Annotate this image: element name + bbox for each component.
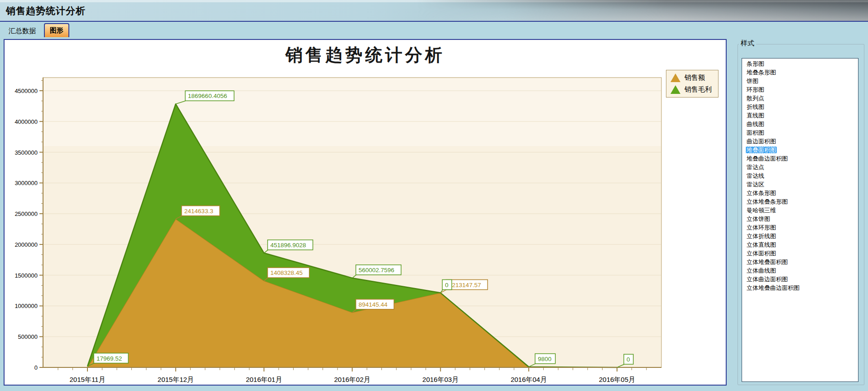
data-label: 451896.9028 (270, 242, 306, 249)
style-option-label: 立体曲线图 (746, 267, 777, 274)
style-option-label: 曲边面积图 (746, 138, 777, 145)
style-option-label: 雷达线 (746, 172, 765, 179)
style-option[interactable]: 立体环形图 (742, 223, 858, 232)
style-option[interactable]: 堆叠曲边面积图 (742, 154, 858, 163)
style-option-label: 立体直线图 (746, 241, 777, 248)
style-option-label: 雷达点 (746, 164, 765, 171)
style-option-label: 散列点 (746, 95, 765, 102)
data-label: 1408328.45 (270, 269, 303, 276)
style-option[interactable]: 雷达区 (742, 180, 858, 189)
x-axis-label: 2015年11月 (70, 376, 106, 383)
style-option-label: 堆叠曲边面积图 (746, 155, 789, 162)
data-label: 1213147.57 (448, 282, 481, 288)
data-label: 17969.52 (96, 355, 122, 362)
style-option[interactable]: 曼哈顿三维 (742, 206, 858, 215)
style-option[interactable]: 面积图 (742, 128, 858, 137)
style-option-label: 直线图 (746, 112, 765, 119)
profit-triangle-icon (670, 85, 680, 94)
window-title-bar: 销售趋势统计分析 (0, 0, 868, 21)
style-option-label: 雷达区 (746, 181, 765, 188)
window-title: 销售趋势统计分析 (6, 5, 86, 17)
style-option-label: 立体环形图 (746, 224, 777, 231)
style-panel-title: 样式 (739, 39, 756, 48)
style-option-label: 条形图 (746, 60, 765, 67)
y-axis-label: 2000000 (14, 241, 38, 248)
data-label: 1869660.4056 (188, 93, 227, 99)
style-option-selected[interactable]: 堆叠面积图 (742, 146, 858, 154)
y-axis-label: 500000 (18, 333, 38, 340)
style-option[interactable]: 曲线图 (742, 120, 858, 128)
chart-panel: 销售趋势统计分析 0500000100000015000002000000250… (4, 39, 727, 386)
style-option-label: 立体堆叠曲边面积图 (746, 284, 800, 291)
style-option[interactable]: 雷达线 (742, 171, 858, 180)
style-option[interactable]: 立体饼图 (742, 215, 858, 223)
style-option[interactable]: 立体条形图 (742, 189, 858, 197)
chart-title: 销售趋势统计分析 (5, 44, 726, 67)
style-option[interactable]: 折线图 (742, 103, 858, 111)
legend-label-profit: 销售毛利 (685, 85, 712, 94)
style-option-label: 曼哈顿三维 (746, 207, 777, 214)
style-option-label: 立体饼图 (746, 215, 771, 222)
x-axis-label: 2016年01月 (246, 376, 282, 383)
y-axis-label: 1000000 (14, 303, 38, 309)
data-label: 2414633.3 (184, 208, 213, 215)
style-option[interactable]: 立体折线图 (742, 232, 858, 240)
style-option[interactable]: 散列点 (742, 94, 858, 103)
style-option[interactable]: 立体堆叠条形图 (742, 197, 858, 206)
style-panel: 样式 条形图堆叠条形图饼图环形图散列点折线图直线图曲线图面积图曲边面积图堆叠面积… (738, 40, 864, 386)
legend-item-sales: 销售额 (670, 73, 712, 82)
data-label: 9800 (538, 356, 551, 362)
x-axis-label: 2016年03月 (422, 376, 458, 383)
y-axis-label: 3500000 (14, 149, 38, 156)
style-option[interactable]: 堆叠条形图 (742, 68, 858, 77)
style-option[interactable]: 立体堆叠曲边面积图 (742, 283, 858, 292)
style-option-label: 堆叠条形图 (746, 69, 777, 76)
data-label: 894145.44 (359, 301, 388, 308)
style-option[interactable]: 雷达点 (742, 163, 858, 171)
data-label: 0 (627, 356, 630, 363)
style-option-label: 饼图 (746, 78, 759, 84)
style-option-label: 立体曲边面积图 (746, 276, 789, 283)
x-axis-label: 2015年12月 (158, 376, 194, 383)
legend-label-sales: 销售额 (685, 73, 705, 82)
tab-strip: 汇总数据 图形 (0, 21, 868, 37)
style-option-label: 立体堆叠条形图 (746, 198, 789, 205)
style-listbox[interactable]: 条形图堆叠条形图饼图环形图散列点折线图直线图曲线图面积图曲边面积图堆叠面积图堆叠… (742, 58, 858, 382)
style-option-label: 面积图 (746, 129, 765, 136)
data-label: 560002.7596 (359, 267, 395, 274)
style-option[interactable]: 立体面积图 (742, 249, 858, 258)
plot-area-sheen (43, 78, 661, 146)
x-axis-label: 2016年05月 (599, 376, 635, 383)
chart-legend: 销售额 销售毛利 (666, 70, 719, 98)
style-option-label: 堆叠面积图 (746, 147, 777, 153)
y-axis-label: 2500000 (14, 210, 38, 217)
legend-item-profit: 销售毛利 (670, 85, 712, 94)
y-axis-label: 0 (34, 364, 38, 371)
style-option[interactable]: 立体曲线图 (742, 266, 858, 275)
trend-chart: 0500000100000015000002000000250000030000… (5, 40, 726, 385)
x-axis-label: 2016年04月 (511, 376, 547, 383)
style-option[interactable]: 环形图 (742, 85, 858, 94)
y-axis-label: 4000000 (14, 118, 38, 125)
style-option-label: 立体堆叠面积图 (746, 259, 789, 265)
style-option-label: 曲线图 (746, 121, 765, 127)
style-option[interactable]: 立体堆叠面积图 (742, 258, 858, 266)
style-option[interactable]: 立体曲边面积图 (742, 275, 858, 283)
y-axis-label: 3000000 (14, 180, 38, 186)
y-axis-label: 4500000 (14, 88, 38, 94)
tab-graph[interactable]: 图形 (44, 23, 69, 37)
style-option-label: 环形图 (746, 86, 765, 93)
x-axis-label: 2016年02月 (334, 376, 370, 383)
data-label: 0 (445, 282, 448, 288)
style-option[interactable]: 立体直线图 (742, 240, 858, 249)
style-option-label: 立体折线图 (746, 233, 777, 239)
style-option[interactable]: 直线图 (742, 111, 858, 120)
style-option-label: 立体面积图 (746, 250, 777, 257)
style-option[interactable]: 饼图 (742, 77, 858, 85)
sales-triangle-icon (670, 73, 680, 82)
tab-summary-data[interactable]: 汇总数据 (4, 24, 41, 37)
app-window: 销售趋势统计分析 汇总数据 图形 销售趋势统计分析 05000001000000… (0, 0, 868, 391)
style-option[interactable]: 条形图 (742, 59, 858, 68)
style-option[interactable]: 曲边面积图 (742, 137, 858, 146)
style-option-label: 折线图 (746, 103, 765, 110)
